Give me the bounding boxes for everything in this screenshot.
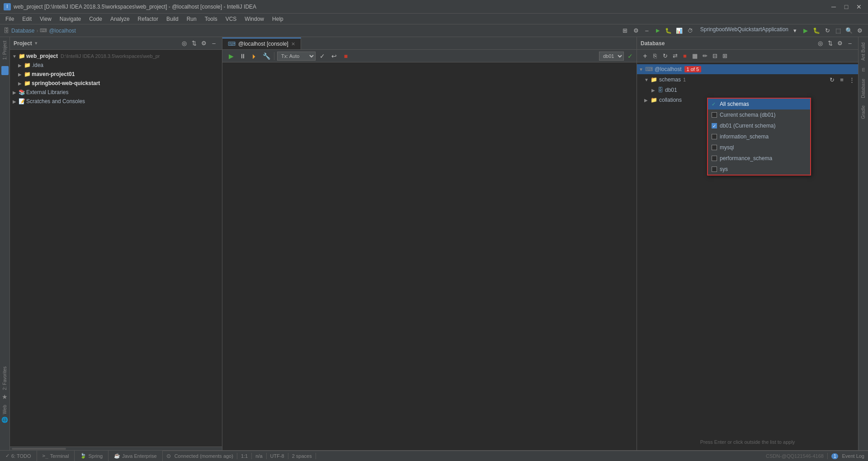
expand-icon[interactable]: ⊞ <box>621 26 630 35</box>
dropdown-all-schemas[interactable]: ✓ All schemas <box>708 99 810 109</box>
menu-edit[interactable]: Edit <box>19 15 35 23</box>
db-add-icon[interactable]: + <box>641 52 650 61</box>
breadcrumb-database[interactable]: Database <box>11 28 34 34</box>
profile-icon[interactable]: ⏱ <box>686 26 695 35</box>
menu-file[interactable]: File <box>2 15 18 23</box>
menu-view[interactable]: View <box>36 15 55 23</box>
db-collapse-icon[interactable]: – <box>845 39 854 48</box>
bottom-tab-java-enterprise[interactable]: ☕ Java Enterprise <box>108 451 162 461</box>
project-collapse-icon[interactable]: – <box>209 39 218 48</box>
settings-icon[interactable]: ⚙ <box>632 26 641 35</box>
close-button[interactable]: ✕ <box>854 1 864 12</box>
coverage-icon[interactable]: 📊 <box>675 26 684 35</box>
editor-content[interactable] <box>222 62 637 450</box>
db-select[interactable]: db01 <box>599 52 624 61</box>
commit-button[interactable]: ✓ <box>317 51 327 61</box>
cancel-query-button[interactable]: ⏸ <box>238 51 248 61</box>
db-table-icon[interactable]: ▦ <box>690 52 699 61</box>
dropdown-db01[interactable]: ✓ db01 (Current schema) <box>708 120 810 131</box>
run-query-button[interactable]: ▶ <box>226 51 236 61</box>
scroll-thumb[interactable] <box>12 448 66 450</box>
menu-tools[interactable]: Tools <box>201 15 221 23</box>
tab-close-button[interactable]: ✕ <box>291 41 295 47</box>
gradle-strip[interactable]: Gradle <box>860 104 867 121</box>
breadcrumb-localhost[interactable]: @localhost <box>49 28 76 34</box>
db-copy-icon[interactable]: ⎘ <box>651 52 660 61</box>
maximize-button[interactable]: □ <box>841 1 852 12</box>
wrench-button[interactable]: 🔧 <box>261 51 271 61</box>
current-schema-label: Current schema (db01) <box>720 112 775 118</box>
menu-build[interactable]: Build <box>163 15 182 23</box>
event-log-label[interactable]: Event Log <box>842 453 864 459</box>
schema-sort-icon[interactable]: ≡ <box>837 75 846 84</box>
menu-analyze[interactable]: Analyze <box>107 15 133 23</box>
tree-maven[interactable]: ▶ 📁 maven-project01 <box>10 70 222 79</box>
project-localize-icon[interactable]: ◎ <box>179 39 189 48</box>
menu-navigate[interactable]: Navigate <box>56 15 85 23</box>
db-view-icon[interactable]: ⊟ <box>710 52 719 61</box>
menu-refactor[interactable]: Refactor <box>134 15 162 23</box>
tx-select[interactable]: Tx: Auto Tx: Manual <box>277 52 316 61</box>
debug-run-icon[interactable]: 🐛 <box>812 26 821 35</box>
project-scrollbar[interactable] <box>10 447 222 450</box>
rollback-button[interactable]: ↩ <box>329 51 339 61</box>
run-config-icon[interactable]: ▶ <box>653 26 662 35</box>
debug-icon[interactable]: 🐛 <box>664 26 673 35</box>
bottom-tab-spring[interactable]: 🍃 Spring <box>75 451 108 461</box>
dropdown-info-schema[interactable]: information_schema <box>708 131 810 142</box>
tree-idea[interactable]: ▶ 📁 .idea <box>10 61 222 70</box>
search-everywhere-icon[interactable]: 🔍 <box>844 26 854 35</box>
window-controls[interactable]: ─ □ ✕ <box>828 1 864 12</box>
frame-icon[interactable]: ⬚ <box>834 26 843 35</box>
db-sort-icon[interactable]: ⇅ <box>826 39 835 48</box>
run-config-name[interactable]: SpringbootWebQuickstartApplication <box>700 26 788 35</box>
schema-dropdown[interactable]: ✓ All schemas Current schema (db01) ✓ db… <box>707 98 811 176</box>
menu-code[interactable]: Code <box>85 15 106 23</box>
mysql-checkbox <box>712 145 717 150</box>
hide-icon[interactable]: – <box>642 26 651 35</box>
maven-strip[interactable]: m <box>860 66 867 73</box>
database-strip[interactable]: Database <box>860 77 867 100</box>
project-dropdown-arrow[interactable]: ▾ <box>35 40 38 46</box>
web-strip-label[interactable]: Web <box>1 403 8 416</box>
db01-item[interactable]: ▶ 🗄 db01 <box>637 85 858 95</box>
menu-help[interactable]: Help <box>269 15 287 23</box>
schema-refresh-icon[interactable]: ↻ <box>827 75 836 84</box>
tree-scratches[interactable]: ▶ 📝 Scratches and Consoles <box>10 97 222 106</box>
run-button[interactable]: ▶ <box>801 26 810 35</box>
bottom-tab-terminal[interactable]: >_ Terminal <box>37 451 75 461</box>
db-settings-icon[interactable]: ⚙ <box>835 39 844 48</box>
ant-build-strip[interactable]: Ant Build <box>860 41 867 62</box>
update-icon[interactable]: ↻ <box>823 26 832 35</box>
tree-root[interactable]: ▼ 📁 web_project D:\IntelliJ IDEA 2018.3.… <box>10 52 222 61</box>
db-edit-icon[interactable]: ✏ <box>700 52 709 61</box>
project-settings-icon[interactable]: ⚙ <box>199 39 208 48</box>
tree-springboot[interactable]: ▶ 📁 springboot-web-quickstart <box>10 79 222 88</box>
dropdown-performance[interactable]: performance_schema <box>708 153 810 164</box>
run-dropdown-icon[interactable]: ▾ <box>790 26 799 35</box>
db-disconnect-icon[interactable]: ■ <box>680 52 689 61</box>
project-strip-label[interactable]: 1: Project <box>1 39 8 62</box>
tree-ext-libs[interactable]: ▶ 📚 External Libraries <box>10 88 222 97</box>
db-localhost-item[interactable]: ▼ ⌨ @localhost 1 of 5 <box>637 64 858 74</box>
editor-tab-console[interactable]: ⌨ @localhost [console] ✕ <box>222 38 301 49</box>
menu-run[interactable]: Run <box>183 15 200 23</box>
resume-button[interactable]: ⏵ <box>250 51 259 61</box>
project-sort-icon[interactable]: ⇅ <box>189 39 198 48</box>
db-globe-icon[interactable]: ◎ <box>816 39 825 48</box>
db-filter-icon[interactable]: ⊞ <box>720 52 729 61</box>
dropdown-mysql[interactable]: mysql <box>708 142 810 153</box>
menu-vcs[interactable]: VCS <box>222 15 241 23</box>
db-sync-icon[interactable]: ⇄ <box>670 52 679 61</box>
minimize-button[interactable]: ─ <box>828 1 839 12</box>
db-refresh-icon[interactable]: ↻ <box>660 52 670 61</box>
schemas-item[interactable]: ▼ 📁 schemas 1 <box>637 75 826 85</box>
stop-button[interactable]: ■ <box>341 51 351 61</box>
bottom-tab-todo[interactable]: ✓ 6: TODO <box>0 451 37 461</box>
schema-filter-icon[interactable]: ⋮ <box>847 75 856 84</box>
dropdown-sys[interactable]: sys <box>708 164 810 175</box>
favorites-strip-label[interactable]: 2: Favorites <box>1 365 8 392</box>
settings-cog-icon[interactable]: ⚙ <box>855 26 864 35</box>
dropdown-current-schema[interactable]: Current schema (db01) <box>708 109 810 120</box>
menu-window[interactable]: Window <box>241 15 268 23</box>
